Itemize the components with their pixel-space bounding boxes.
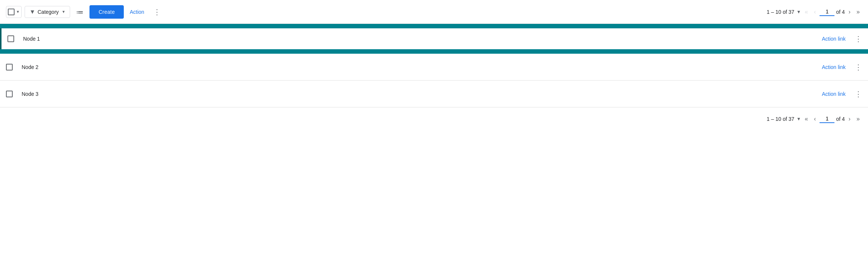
table-row: Node 1 Action link ⋮: [0, 28, 868, 49]
action-button[interactable]: Action: [127, 6, 147, 18]
table-row: Node 2 Action link ⋮: [0, 54, 868, 81]
toolbar: ▼ ▼ Category ▼ ≔ Create Action ⋮ 1 – 10 …: [0, 0, 868, 24]
row-2-more-button[interactable]: ⋮: [855, 63, 862, 72]
pagination-bottom-first-button[interactable]: «: [802, 113, 810, 125]
pagination-bottom-page-input[interactable]: [820, 115, 834, 123]
row-1-label: Node 1: [23, 36, 822, 42]
filter-button[interactable]: ▼ Category ▼: [25, 6, 70, 18]
pagination-top-range[interactable]: 1 – 10 of 37 ▼: [767, 9, 801, 15]
pagination-bottom-dropdown-icon: ▼: [796, 116, 801, 122]
pagination-bottom-last-button[interactable]: »: [854, 113, 862, 125]
pagination-top: 1 – 10 of 37 ▼ « ‹ of 4 › »: [767, 6, 862, 18]
selected-row-container: Node 1 Action link ⋮: [0, 24, 868, 54]
row-3-action-link[interactable]: Action link: [822, 91, 846, 97]
pagination-bottom-nav: « ‹ of 4 › »: [802, 113, 862, 125]
select-all-checkbox-dropdown[interactable]: ▼: [6, 6, 22, 18]
create-button[interactable]: Create: [89, 5, 124, 19]
sort-button[interactable]: ≔: [73, 4, 87, 19]
pagination-bottom-prev-button[interactable]: ‹: [812, 113, 818, 125]
row-1-action-link[interactable]: Action link: [822, 36, 846, 42]
pagination-top-range-text: 1 – 10 of 37: [767, 9, 794, 15]
create-label: Create: [98, 9, 115, 15]
toolbar-more-button[interactable]: ⋮: [150, 4, 164, 19]
pagination-top-of-text: of 4: [836, 9, 845, 15]
row-3-checkbox[interactable]: [6, 91, 13, 97]
row-2-checkbox[interactable]: [6, 64, 13, 70]
toolbar-more-icon: ⋮: [153, 8, 161, 16]
row-1-checkbox[interactable]: [7, 35, 14, 42]
pagination-bottom-range[interactable]: 1 – 10 of 37 ▼: [767, 116, 801, 122]
pagination-top-nav: « ‹ of 4 › »: [802, 6, 862, 18]
pagination-top-dropdown-icon: ▼: [796, 9, 801, 15]
row-2-label: Node 2: [22, 64, 822, 70]
row-1-more-button[interactable]: ⋮: [855, 34, 862, 43]
pagination-top-prev-button[interactable]: ‹: [812, 6, 818, 18]
sort-icon: ≔: [76, 7, 84, 16]
filter-icon: ▼: [29, 9, 35, 15]
action-label: Action: [130, 9, 144, 15]
pagination-top-page-input[interactable]: [820, 8, 834, 16]
pagination-bottom-of-text: of 4: [836, 116, 845, 122]
select-all-arrow-icon: ▼: [16, 10, 20, 14]
filter-dropdown-arrow-icon: ▼: [62, 10, 66, 14]
filter-label: Category: [38, 9, 59, 15]
pagination-bottom-range-text: 1 – 10 of 37: [767, 116, 794, 122]
table-row: Node 3 Action link ⋮: [0, 81, 868, 107]
row-3-label: Node 3: [22, 91, 822, 97]
row-2-action-link[interactable]: Action link: [822, 64, 846, 70]
select-all-checkbox[interactable]: [8, 9, 15, 15]
pagination-top-last-button[interactable]: »: [854, 6, 862, 18]
pagination-bottom: 1 – 10 of 37 ▼ « ‹ of 4 › »: [0, 107, 868, 131]
pagination-bottom-next-button[interactable]: ›: [846, 113, 853, 125]
pagination-top-next-button[interactable]: ›: [846, 6, 853, 18]
table-area: Node 1 Action link ⋮ Node 2 Action link …: [0, 24, 868, 107]
row-3-more-button[interactable]: ⋮: [855, 89, 862, 98]
pagination-top-first-button[interactable]: «: [802, 6, 810, 18]
